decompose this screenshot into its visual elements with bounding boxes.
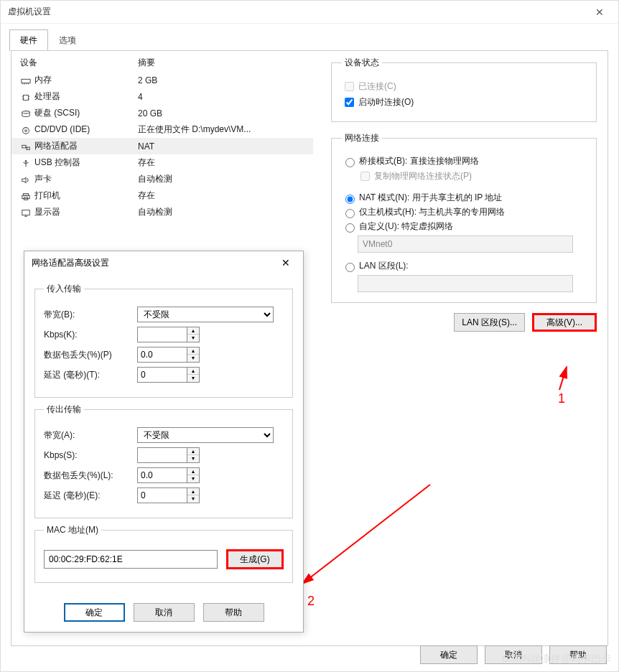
generate-button[interactable]: 生成(G) (226, 549, 284, 569)
in-loss-up[interactable]: ▲ (187, 347, 199, 355)
device-row[interactable]: USB 控制器存在 (11, 154, 313, 171)
in-lat-down[interactable]: ▼ (187, 375, 199, 382)
adv-titlebar: 网络适配器高级设置 ✕ (24, 251, 303, 274)
adv-close-icon[interactable]: ✕ (276, 254, 296, 271)
sound-icon (20, 174, 32, 185)
device-row[interactable]: 显示器自动检测 (11, 204, 313, 220)
svg-rect-13 (22, 145, 26, 148)
disk-icon (20, 108, 32, 118)
device-name: 网络适配器 (34, 141, 78, 151)
device-row[interactable]: 网络适配器NAT (11, 138, 313, 154)
in-latency-label: 延迟 (毫秒)(T): (44, 369, 137, 381)
in-lat-up[interactable]: ▲ (187, 368, 199, 375)
svg-rect-5 (24, 95, 29, 100)
incoming-legend: 传入传输 (44, 283, 84, 295)
nat-label: NAT 模式(N): 用于共享主机的 IP 地址 (359, 192, 502, 204)
out-bandwidth-label: 带宽(A): (44, 429, 137, 442)
out-loss-label: 数据包丢失(%)(L): (44, 470, 137, 482)
custom-radio[interactable] (345, 223, 355, 233)
net-button-row: LAN 区段(S)... 高级(V)... (331, 313, 597, 332)
adv-help-button[interactable]: 帮助 (203, 603, 264, 622)
out-latency-input[interactable] (137, 487, 187, 503)
in-kbps-up[interactable]: ▲ (187, 327, 199, 335)
advanced-button[interactable]: 高级(V)... (532, 313, 597, 332)
device-row[interactable]: 处理器4 (11, 88, 313, 105)
connected-checkbox (345, 82, 354, 91)
in-loss-label: 数据包丢失(%)(P) (44, 349, 137, 361)
printer-icon (20, 191, 32, 201)
device-row[interactable]: CD/DVD (IDE)正在使用文件 D:\mydev\VM... (11, 121, 313, 138)
replicate-checkbox (360, 172, 370, 181)
bridged-radio[interactable] (345, 158, 355, 167)
vm-settings-window: 虚拟机设置 ✕ 硬件 选项 设备 摘要 内存2 GB处理器4硬盘 (SCSI)2… (0, 0, 619, 672)
in-latency-input[interactable] (137, 367, 187, 383)
device-summary: NAT (134, 138, 313, 154)
device-summary: 20 GB (134, 105, 313, 121)
in-kbps-down[interactable]: ▼ (187, 335, 199, 342)
device-name: 声卡 (34, 174, 52, 184)
device-name: 显示器 (34, 207, 60, 217)
out-latency-label: 延迟 (毫秒)(E): (44, 490, 137, 502)
outgoing-group: 传出传输 带宽(A):不受限 Kbps(S):▲▼ 数据包丢失(%)(L):▲▼… (34, 403, 293, 518)
device-summary: 4 (134, 88, 313, 105)
device-row[interactable]: 硬盘 (SCSI)20 GB (11, 105, 313, 121)
nat-radio[interactable] (345, 195, 355, 204)
col-summary: 摘要 (134, 54, 313, 72)
lan-label: LAN 区段(L): (359, 260, 409, 272)
device-summary: 存在 (134, 154, 313, 171)
in-loss-down[interactable]: ▼ (187, 355, 199, 362)
out-lat-down[interactable]: ▼ (187, 495, 199, 503)
cd-icon (20, 125, 32, 135)
adv-ok-button[interactable]: 确定 (64, 603, 125, 622)
hostonly-radio[interactable] (345, 209, 355, 218)
out-bandwidth-select[interactable]: 不受限 (137, 427, 274, 443)
network-connection-legend: 网络连接 (342, 132, 382, 144)
device-row[interactable]: 内存2 GB (11, 72, 313, 88)
mac-input[interactable] (44, 550, 218, 569)
svg-rect-23 (22, 210, 30, 215)
connected-row: 已连接(C) (342, 80, 586, 93)
out-kbps-down[interactable]: ▼ (187, 455, 199, 462)
outgoing-legend: 传出传输 (44, 403, 84, 416)
out-lat-up[interactable]: ▲ (187, 488, 199, 495)
lan-segments-button[interactable]: LAN 区段(S)... (454, 313, 525, 332)
device-name: CD/DVD (IDE) (34, 124, 90, 134)
device-row[interactable]: 声卡自动检测 (11, 171, 313, 187)
lan-segment-dropdown (358, 275, 573, 292)
tab-options[interactable]: 选项 (48, 29, 87, 51)
device-list: 设备 摘要 内存2 GB处理器4硬盘 (SCSI)20 GBCD/DVD (ID… (11, 54, 313, 220)
device-row[interactable]: 打印机存在 (11, 187, 313, 204)
replicate-label: 复制物理网络连接状态(P) (374, 170, 472, 182)
in-kbps-input (137, 327, 187, 342)
usb-icon (20, 158, 32, 168)
out-loss-down[interactable]: ▼ (187, 475, 199, 482)
adv-button-row: 确定 取消 帮助 (24, 596, 303, 632)
in-loss-input[interactable] (137, 347, 187, 363)
out-kbps-up[interactable]: ▲ (187, 448, 199, 455)
device-summary: 存在 (134, 187, 313, 204)
mac-group: MAC 地址(M) 生成(G) (34, 524, 293, 583)
svg-point-10 (22, 111, 30, 113)
mac-legend: MAC 地址(M) (44, 524, 101, 536)
connect-at-power-checkbox[interactable] (345, 98, 354, 107)
custom-vmnet-dropdown: VMnet0 (358, 235, 573, 253)
close-icon[interactable]: ✕ (588, 4, 611, 21)
in-bandwidth-label: 带宽(B): (44, 309, 137, 321)
col-device: 设备 (11, 54, 134, 72)
window-title: 虚拟机设置 (8, 6, 588, 18)
device-status-group: 设备状态 已连接(C) 启动时连接(O) (331, 57, 597, 122)
out-loss-input[interactable] (137, 467, 187, 483)
tabs: 硬件 选项 (1, 24, 618, 51)
lan-radio[interactable] (345, 263, 355, 272)
connect-at-power-row: 启动时连接(O) (342, 95, 586, 109)
device-summary: 正在使用文件 D:\mydev\VM... (134, 121, 313, 138)
main-ok-button[interactable]: 确定 (420, 645, 478, 664)
out-loss-up[interactable]: ▲ (187, 468, 199, 475)
device-summary: 2 GB (134, 72, 313, 88)
device-name: 处理器 (34, 91, 60, 101)
display-icon (20, 207, 32, 218)
in-bandwidth-select[interactable]: 不受限 (137, 307, 274, 322)
tab-hardware[interactable]: 硬件 (9, 29, 48, 51)
adv-cancel-button[interactable]: 取消 (134, 603, 195, 622)
custom-label: 自定义(U): 特定虚拟网络 (359, 220, 453, 233)
